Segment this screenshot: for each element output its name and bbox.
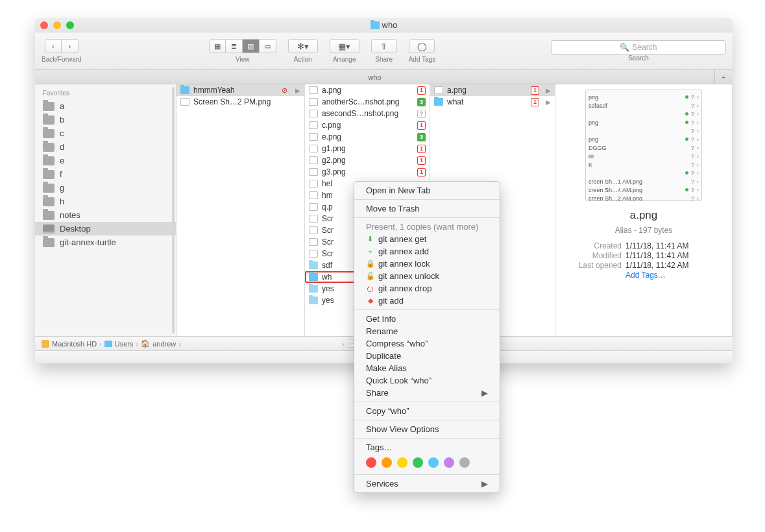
- action-button[interactable]: ✻▾: [288, 39, 318, 53]
- menu-tags[interactable]: Tags…: [354, 441, 500, 453]
- new-tab-button[interactable]: +: [714, 70, 733, 84]
- sidebar-item-d[interactable]: d: [35, 140, 176, 154]
- titlebar[interactable]: who: [35, 18, 733, 32]
- file-icon: [309, 145, 318, 152]
- sidebar-item-git-annex-turtle[interactable]: git-annex-turtle: [35, 236, 176, 249]
- file-row[interactable]: hmmmYeah⊘▶: [176, 84, 304, 96]
- file-row[interactable]: a.png1: [305, 84, 430, 96]
- minimize-window-button[interactable]: [53, 21, 61, 29]
- tag-color-dot[interactable]: [444, 457, 454, 468]
- search-input[interactable]: 🔍 Search: [551, 40, 726, 54]
- add-tags-link[interactable]: Add Tags…: [625, 271, 666, 280]
- menu-compress[interactable]: Compress “who”: [354, 337, 500, 350]
- action-group: ✻▾ Action: [288, 39, 318, 63]
- sidebar-scrollbar[interactable]: [172, 87, 175, 333]
- tag-color-dot[interactable]: [428, 457, 439, 468]
- file-icon: [309, 168, 318, 176]
- menu-git-annex-lock[interactable]: 🔒git annex lock: [354, 258, 500, 270]
- preview-thumb-row: ?›: [589, 127, 699, 135]
- file-row[interactable]: g1.png1: [305, 143, 430, 154]
- sidebar-item-f[interactable]: f: [35, 167, 176, 181]
- file-row[interactable]: anotherSc…nshot.png3: [305, 96, 430, 108]
- status-badge: ?: [417, 110, 426, 118]
- menu-duplicate[interactable]: Duplicate: [354, 350, 500, 362]
- forward-button[interactable]: ›: [62, 39, 79, 53]
- status-badge: 3: [417, 98, 426, 106]
- sidebar-item-a[interactable]: a: [35, 99, 176, 113]
- sidebar-item-notes[interactable]: notes: [35, 208, 176, 222]
- view-gallery-button[interactable]: ▭: [260, 39, 276, 53]
- menu-git-annex-get[interactable]: ⬇git annex get: [354, 233, 500, 245]
- toolbar-label: Action: [294, 56, 312, 63]
- toolbar-label: View: [236, 56, 250, 63]
- menu-git-annex-add[interactable]: ＋git annex add: [354, 245, 500, 258]
- file-row[interactable]: what1▶: [430, 96, 555, 108]
- menu-get-info[interactable]: Get Info: [354, 313, 500, 325]
- chevron-right-icon: ▶: [481, 388, 488, 398]
- file-icon: [309, 86, 318, 94]
- file-row[interactable]: c.png1: [305, 119, 430, 131]
- sidebar-item-c[interactable]: c: [35, 127, 176, 140]
- file-row[interactable]: a.png1▶: [430, 84, 555, 96]
- file-row[interactable]: g2.png1: [305, 154, 430, 166]
- menu-git-add[interactable]: ◆git add: [354, 295, 500, 307]
- folder-icon: [43, 170, 55, 179]
- zoom-window-button[interactable]: [66, 21, 74, 29]
- git-icon: ◆: [366, 296, 374, 305]
- menu-git-annex-unlock[interactable]: 🔓git annex unlock: [354, 270, 500, 282]
- back-forward-group: ‹ › Back/Forward: [42, 39, 82, 63]
- tag-color-dot[interactable]: [413, 457, 423, 468]
- file-row[interactable]: g3.png1: [305, 166, 430, 178]
- toolbar-label: Search: [628, 54, 649, 62]
- add-tags-button[interactable]: ◯: [409, 39, 435, 53]
- lock-icon: 🔒: [366, 260, 374, 268]
- file-row[interactable]: e.png3: [305, 131, 430, 143]
- sidebar-item-e[interactable]: e: [35, 154, 176, 167]
- column-1[interactable]: hmmmYeah⊘▶Screen Sh…2 PM.png: [176, 84, 305, 336]
- tag-color-dot[interactable]: [459, 457, 470, 468]
- tag-color-dot[interactable]: [382, 457, 392, 468]
- sidebar-item-g[interactable]: g: [35, 181, 176, 195]
- status-badge: 1: [417, 156, 426, 165]
- sidebar-section-favorites: Favorites: [35, 84, 176, 99]
- menu-move-to-trash[interactable]: Move to Trash: [354, 202, 500, 215]
- sidebar-item-h[interactable]: h: [35, 195, 176, 208]
- chevron-right-icon: ▶: [481, 479, 488, 489]
- menu-quick-look[interactable]: Quick Look “who”: [354, 374, 500, 387]
- view-icon-button[interactable]: ▦: [209, 39, 226, 53]
- file-row[interactable]: asecondS…nshot.png?: [305, 108, 430, 119]
- menu-show-view-options[interactable]: Show View Options: [354, 423, 500, 435]
- menu-rename[interactable]: Rename: [354, 325, 500, 337]
- folder-icon: [43, 184, 55, 193]
- plus-icon: ＋: [366, 247, 374, 256]
- tab-who[interactable]: who: [35, 70, 714, 84]
- arrange-group: ▦▾ Arrange: [330, 39, 359, 63]
- menu-copy[interactable]: Copy “who”: [354, 405, 500, 417]
- tag-color-dot[interactable]: [397, 457, 407, 468]
- sidebar-item-b[interactable]: b: [35, 113, 176, 127]
- tag-color-dot[interactable]: [366, 457, 376, 468]
- preview-meta: Alias - 197 bytes: [615, 226, 673, 235]
- folder-icon: [180, 86, 189, 94]
- file-icon: [434, 86, 443, 94]
- share-group: ⇧ Share: [371, 39, 397, 63]
- back-button[interactable]: ‹: [45, 39, 62, 53]
- view-column-button[interactable]: ▥: [243, 39, 260, 53]
- view-list-button[interactable]: ≣: [226, 39, 243, 53]
- share-button[interactable]: ⇧: [371, 39, 397, 53]
- arrange-button[interactable]: ▦▾: [330, 39, 359, 53]
- file-row[interactable]: Screen Sh…2 PM.png: [176, 96, 304, 108]
- menu-make-alias[interactable]: Make Alias: [354, 362, 500, 374]
- close-window-button[interactable]: [40, 21, 48, 29]
- folder-icon: [309, 296, 318, 304]
- menu-share[interactable]: Share▶: [354, 387, 500, 399]
- menu-git-annex-drop[interactable]: ⭮git annex drop: [354, 282, 500, 295]
- preview-thumb-row: K?›: [589, 160, 699, 169]
- menu-open-in-new-tab[interactable]: Open in New Tab: [354, 184, 500, 197]
- toolbar: ‹ › Back/Forward ▦ ≣ ▥ ▭ View ✻▾ Action …: [35, 32, 733, 70]
- view-group: ▦ ≣ ▥ ▭ View: [209, 39, 276, 63]
- folder-icon: [43, 102, 55, 111]
- folder-icon: [43, 129, 55, 138]
- menu-services[interactable]: Services▶: [354, 478, 500, 490]
- sidebar-item-desktop[interactable]: Desktop: [35, 222, 176, 236]
